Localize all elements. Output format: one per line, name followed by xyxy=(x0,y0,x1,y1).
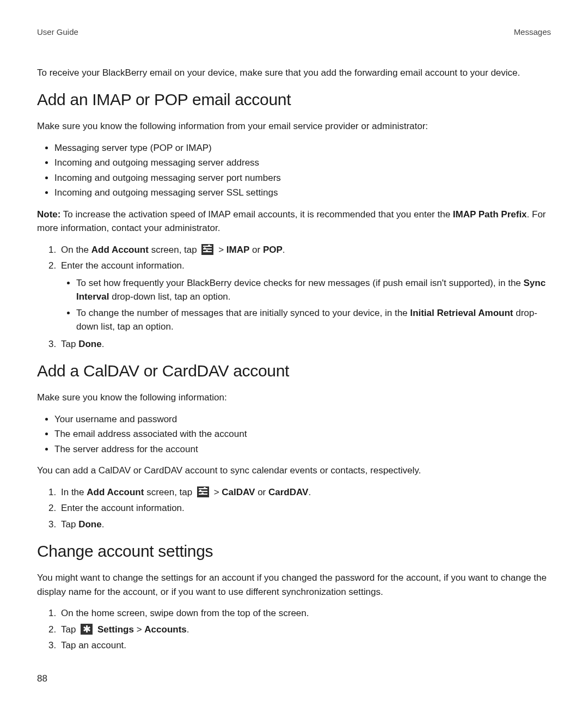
page-number: 88 xyxy=(37,672,47,686)
list-item: Messaging server type (POP or IMAP) xyxy=(54,141,551,155)
text: or xyxy=(249,245,263,255)
list-item: To set how frequently your BlackBerry de… xyxy=(76,276,551,304)
step-1: On the Add Account screen, tap > IMAP or… xyxy=(59,243,551,257)
header-right: Messages xyxy=(514,26,551,39)
text: . xyxy=(283,245,285,255)
list-item: Your username and password xyxy=(54,412,551,427)
text: Enter the account information. xyxy=(61,260,185,271)
step-3: Tap Done. xyxy=(59,518,551,532)
add-account-label: Add Account xyxy=(91,245,149,255)
step-2-substeps: To set how frequently your BlackBerry de… xyxy=(61,276,551,334)
list-item: Incoming and outgoing messaging server p… xyxy=(54,171,551,185)
text: . xyxy=(187,624,189,635)
text: > xyxy=(216,245,226,255)
text: Tap xyxy=(61,624,78,635)
text: . xyxy=(102,519,105,530)
section-imap-pop-title: Add an IMAP or POP email account xyxy=(37,87,551,112)
done-label: Done xyxy=(78,339,102,349)
section1-note: Note: To increase the activation speed o… xyxy=(37,208,551,235)
settings-icon xyxy=(81,624,93,635)
section1-requirements: Messaging server type (POP or IMAP) Inco… xyxy=(37,141,551,200)
initial-retrieval-label: Initial Retrieval Amount xyxy=(410,308,513,318)
text: On the xyxy=(61,245,91,255)
section1-lead: Make sure you know the following informa… xyxy=(37,119,551,133)
pop-label: POP xyxy=(263,245,283,255)
list-item: Incoming and outgoing messaging server a… xyxy=(54,156,551,170)
document-page: User Guide Messages To receive your Blac… xyxy=(0,0,588,706)
imap-label: IMAP xyxy=(226,245,250,255)
note-label: Note: xyxy=(37,209,60,220)
accounts-label: Accounts xyxy=(144,624,186,635)
text: screen, tap xyxy=(144,487,195,497)
page-header: User Guide Messages xyxy=(37,26,551,39)
section2-para: You can add a CalDAV or CardDAV account … xyxy=(37,464,551,478)
note-highlight: IMAP Path Prefix xyxy=(453,209,527,220)
step-2: Tap Settings > Accounts. xyxy=(59,623,551,637)
text: > xyxy=(134,624,144,635)
section3-steps: On the home screen, swipe down from the … xyxy=(37,606,551,653)
list-item: The server address for the account xyxy=(54,442,551,457)
list-item: To change the number of messages that ar… xyxy=(76,306,551,334)
section2-lead: Make sure you know the following informa… xyxy=(37,391,551,405)
text: To change the number of messages that ar… xyxy=(76,308,410,318)
section-caldav-title: Add a CalDAV or CardDAV account xyxy=(37,358,551,383)
step-3: Tap an account. xyxy=(59,638,551,653)
step-3: Tap Done. xyxy=(59,337,551,351)
text: In the xyxy=(61,487,87,497)
text: . xyxy=(308,487,311,497)
text: Tap xyxy=(61,339,78,349)
section2-requirements: Your username and password The email add… xyxy=(37,412,551,457)
header-left: User Guide xyxy=(37,26,78,39)
section3-para: You might want to change the settings fo… xyxy=(37,571,551,599)
advanced-icon xyxy=(197,486,209,497)
text: > xyxy=(211,487,222,497)
text: To increase the activation speed of IMAP… xyxy=(60,209,452,220)
text: . xyxy=(102,339,105,349)
list-item: Incoming and outgoing messaging server S… xyxy=(54,186,551,200)
text: To set how frequently your BlackBerry de… xyxy=(76,278,524,288)
caldav-label: CalDAV xyxy=(222,487,255,497)
carddav-label: CardDAV xyxy=(268,487,308,497)
step-2: Enter the account information. xyxy=(59,501,551,515)
settings-label: Settings xyxy=(97,624,134,635)
step-1: In the Add Account screen, tap > CalDAV … xyxy=(59,485,551,500)
text: Tap xyxy=(61,519,78,530)
step-1: On the home screen, swipe down from the … xyxy=(59,606,551,620)
done-label: Done xyxy=(78,519,102,530)
text: drop-down list, tap an option. xyxy=(109,291,230,302)
step-2: Enter the account information. To set ho… xyxy=(59,259,551,334)
section1-steps: On the Add Account screen, tap > IMAP or… xyxy=(37,243,551,351)
section-change-settings-title: Change account settings xyxy=(37,539,551,563)
intro-text: To receive your BlackBerry email on your… xyxy=(37,66,551,80)
add-account-label: Add Account xyxy=(87,487,144,497)
text: screen, tap xyxy=(149,245,200,255)
text: or xyxy=(255,487,268,497)
advanced-icon xyxy=(201,244,213,255)
list-item: The email address associated with the ac… xyxy=(54,427,551,441)
section2-steps: In the Add Account screen, tap > CalDAV … xyxy=(37,485,551,532)
